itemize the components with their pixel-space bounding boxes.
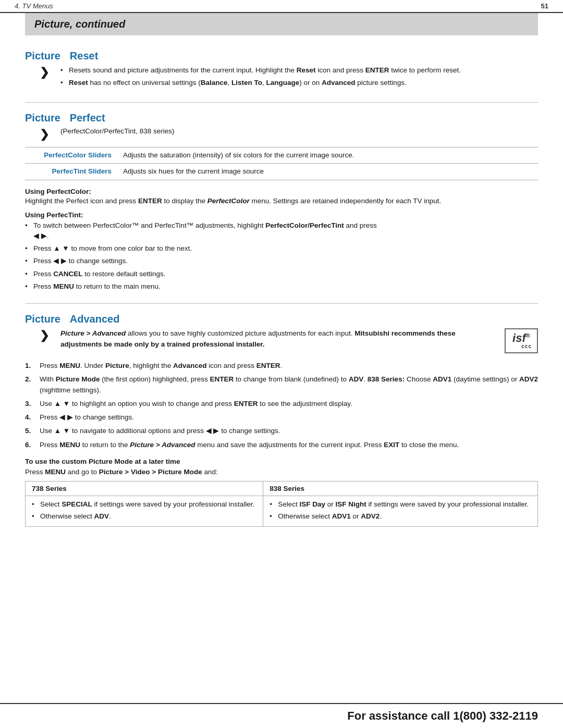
step-number: 6.: [25, 440, 35, 450]
step-text: Use ▲ ▼ to navigate to additional option…: [40, 426, 280, 436]
picture-reset-heading: Picture Reset: [25, 50, 538, 62]
list-item: Press MENU to return to the main menu.: [25, 281, 538, 292]
using-perfectint-section: Using PerfecTint: To switch between Perf…: [25, 211, 538, 292]
picture-perfect-subtitle: (PerfectColor/PerfecTint, 838 series): [60, 127, 175, 135]
header-page-number: 51: [541, 2, 548, 10]
col-header-738: 738 Series: [26, 481, 263, 496]
step-number: 4.: [25, 412, 35, 423]
header-chapter-label: 4. TV Menus: [15, 2, 53, 10]
list-item: 3. Use ▲ ▼ to highlight an option you wi…: [25, 399, 538, 409]
series-table: 738 Series 838 Series Select SPECIAL if …: [25, 481, 538, 527]
list-item: Select SPECIAL if settings were saved by…: [32, 499, 256, 510]
main-content: Picture, continued Picture Reset ❯ Reset…: [0, 13, 563, 549]
list-item: Press ◀ ▶ to change settings.: [25, 256, 538, 266]
divider: [25, 303, 538, 304]
list-item: Press CANCEL to restore default settings…: [25, 269, 538, 279]
picture-advanced-intro-block: Picture > Advanced allows you to save hi…: [60, 328, 538, 353]
footer-assistance-text: For assistance call 1(800) 332-2119: [347, 709, 538, 723]
step-text: Press MENU. Under Picture, highlight the…: [40, 361, 282, 371]
table-row: Select SPECIAL if settings were saved by…: [26, 496, 538, 527]
picture-perfect-content: (PerfectColor/PerfecTint, 838 series): [60, 127, 538, 135]
list-item: 2. With Picture Mode (the first option) …: [25, 374, 538, 396]
step-text: With Picture Mode (the first option) hig…: [40, 374, 538, 396]
picture-advanced-section: Picture Advanced ❯ Picture > Advanced al…: [25, 313, 538, 527]
step-text: Press MENU to return to the Picture > Ad…: [40, 440, 459, 450]
picture-reset-bullet-list: Resets sound and picture adjustments for…: [60, 65, 538, 89]
picture-perfect-section: Picture Perfect ❯ (PerfectColor/PerfecTi…: [25, 112, 538, 292]
step-number: 1.: [25, 361, 35, 371]
series-838-content: Select ISF Day or ISF Night if settings …: [270, 499, 531, 522]
using-perfectint-list: To switch between PerfectColor™ and Perf…: [25, 220, 538, 292]
using-perfectcolor-section: Using PerfectColor: Highlight the Perfec…: [25, 188, 538, 205]
isf-ccc-text: ccc: [511, 344, 532, 349]
picture-reset-chevron-row: ❯ Resets sound and picture adjustments f…: [40, 65, 538, 91]
list-item: 5. Use ▲ ▼ to navigate to additional opt…: [25, 426, 538, 436]
picture-perfect-chevron-row: ❯ (PerfectColor/PerfecTint, 838 series): [40, 127, 538, 142]
series-838-cell: Select ISF Day or ISF Night if settings …: [263, 496, 538, 527]
picture-advanced-topic-label: Advanced: [70, 313, 120, 325]
picture-reset-picture-label: Picture: [25, 50, 60, 62]
custom-picture-title: To use the custom Picture Mode at a late…: [25, 458, 538, 465]
feature-table: PerfectColor Sliders Adjusts the saturat…: [25, 147, 538, 180]
series-738-cell: Select SPECIAL if settings were saved by…: [26, 496, 263, 527]
list-item: 1. Press MENU. Under Picture, highlight …: [25, 361, 538, 371]
step-text: Use ▲ ▼ to highlight an option you wish …: [40, 399, 352, 409]
using-perfectint-title: Using PerfecTint:: [25, 211, 538, 219]
perfectcolor-sliders-label: PerfectColor Sliders: [25, 147, 119, 164]
list-item: 4. Press ◀ ▶ to change settings.: [25, 412, 538, 423]
list-item: Resets sound and picture adjustments for…: [60, 65, 538, 76]
list-item: To switch between PerfectColor™ and Perf…: [25, 220, 538, 242]
picture-advanced-chevron-icon: ❯: [40, 328, 49, 343]
step-number: 3.: [25, 399, 35, 409]
custom-picture-body: Press MENU and go to Picture > Video > P…: [25, 468, 538, 476]
picture-advanced-chevron-row: ❯ Picture > Advanced allows you to save …: [40, 328, 538, 361]
perfectcolor-sliders-value: Adjusts the saturation (intensity) of si…: [119, 147, 538, 164]
table-row: PerfecTint Sliders Adjusts six hues for …: [25, 164, 538, 180]
perfecttint-sliders-value: Adjusts six hues for the current image s…: [119, 164, 538, 180]
section-title-bar: Picture, continued: [25, 13, 538, 35]
col-header-838: 838 Series: [263, 481, 538, 496]
picture-reset-section: Picture Reset ❯ Resets sound and picture…: [25, 50, 538, 91]
list-item: Reset has no effect on universal setting…: [60, 78, 538, 88]
list-item: Otherwise select ADV1 or ADV2.: [270, 511, 531, 522]
table-header-row: 738 Series 838 Series: [26, 481, 538, 496]
step-number: 2.: [25, 374, 35, 396]
list-item: Select ISF Day or ISF Night if settings …: [270, 499, 531, 510]
step-text: Press ◀ ▶ to change settings.: [40, 412, 134, 423]
picture-perfect-heading: Picture Perfect: [25, 112, 538, 124]
list-item: Otherwise select ADV.: [32, 511, 256, 522]
list-item: Press ▲ ▼ to move from one color bar to …: [25, 243, 538, 254]
isf-logo: isf® ccc: [505, 328, 538, 353]
list-item: 6. Press MENU to return to the Picture >…: [25, 440, 538, 450]
advanced-steps-list: 1. Press MENU. Under Picture, highlight …: [25, 361, 538, 450]
divider: [25, 102, 538, 103]
page-header: 4. TV Menus 51: [0, 0, 563, 13]
picture-reset-topic-label: Reset: [70, 50, 98, 62]
picture-advanced-picture-label: Picture: [25, 313, 60, 325]
picture-advanced-intro-text: Picture > Advanced allows you to save hi…: [60, 328, 493, 350]
page-footer: For assistance call 1(800) 332-2119: [0, 703, 563, 728]
using-perfectcolor-title: Using PerfectColor:: [25, 188, 538, 195]
table-row: PerfectColor Sliders Adjusts the saturat…: [25, 147, 538, 164]
perfecttint-sliders-label: PerfecTint Sliders: [25, 164, 119, 180]
picture-perfect-topic-label: Perfect: [70, 112, 105, 124]
using-perfectcolor-body: Highlight the Perfect icon and press ENT…: [25, 197, 538, 205]
picture-reset-content: Resets sound and picture adjustments for…: [60, 65, 538, 91]
step-number: 5.: [25, 426, 35, 436]
section-title: Picture, continued: [34, 18, 529, 30]
picture-advanced-heading: Picture Advanced: [25, 313, 538, 325]
series-738-content: Select SPECIAL if settings were saved by…: [32, 499, 256, 522]
picture-perfect-chevron-icon: ❯: [40, 127, 49, 142]
picture-perfect-picture-label: Picture: [25, 112, 60, 124]
picture-reset-chevron-icon: ❯: [40, 65, 49, 80]
